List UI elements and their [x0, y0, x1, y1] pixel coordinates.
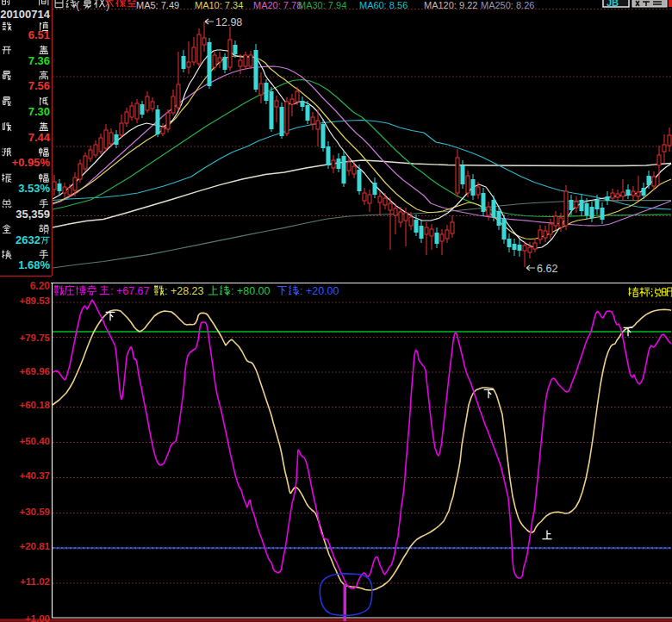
svg-text:MA5: 7.49: MA5: 7.49	[136, 0, 179, 10]
svg-text:+40.37: +40.37	[20, 470, 51, 481]
svg-text:JB: JB	[607, 0, 619, 8]
svg-text:MA60: 8.56: MA60: 8.56	[359, 0, 408, 10]
svg-text:3.53%: 3.53%	[18, 182, 50, 195]
svg-text:: +80.00: : +80.00	[231, 285, 271, 297]
svg-text:MA120: 9.22: MA120: 9.22	[424, 0, 477, 10]
svg-text:MA30: 7.94: MA30: 7.94	[298, 0, 346, 10]
svg-text:: +28.23: : +28.23	[165, 285, 204, 297]
svg-text:20100714: 20100714	[0, 8, 51, 21]
svg-text:MA20: 7.78: MA20: 7.78	[253, 0, 302, 10]
svg-text:+11.02: +11.02	[20, 576, 50, 587]
svg-text:+30.59: +30.59	[20, 507, 51, 517]
svg-text:6.62: 6.62	[537, 263, 557, 275]
svg-text:MA250: 8.26: MA250: 8.26	[481, 0, 534, 10]
svg-text:+89.53: +89.53	[20, 295, 51, 306]
svg-text:35,359: 35,359	[16, 208, 50, 221]
svg-text:12.98: 12.98	[215, 16, 242, 28]
svg-text:7.36: 7.36	[28, 54, 50, 67]
svg-text:: +67.67: : +67.67	[110, 285, 150, 297]
svg-text:7.30: 7.30	[28, 105, 50, 118]
svg-text:+0.95%: +0.95%	[12, 156, 51, 169]
svg-text:+50.40: +50.40	[20, 436, 51, 446]
svg-text:: +20.00: : +20.00	[300, 285, 339, 297]
svg-text:MA10: 7.34: MA10: 7.34	[195, 0, 243, 10]
svg-text:7.44: 7.44	[28, 131, 51, 144]
svg-text:+60.18: +60.18	[20, 400, 51, 410]
svg-text:2632: 2632	[16, 233, 40, 246]
svg-text:+20.81: +20.81	[20, 541, 51, 551]
svg-text:6.20: 6.20	[30, 280, 51, 292]
svg-text:+1.00: +1.00	[25, 613, 50, 622]
svg-text:7.56: 7.56	[28, 79, 50, 92]
svg-text:+69.96: +69.96	[20, 366, 51, 376]
svg-text:6.51: 6.51	[28, 28, 50, 41]
svg-text:1.68%: 1.68%	[18, 258, 50, 271]
svg-text:+79.75: +79.75	[20, 333, 51, 343]
